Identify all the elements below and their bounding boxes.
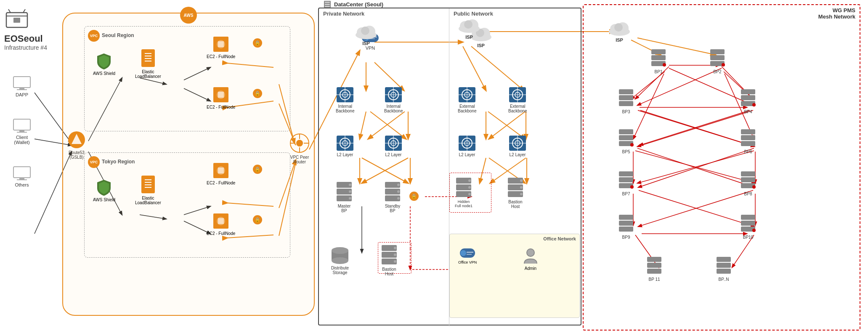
aws-shield-seoul: AWS Shield [93,52,115,76]
svg-point-217 [361,27,369,35]
svg-rect-248 [741,177,755,182]
svg-point-164 [332,257,348,264]
svg-rect-253 [741,215,755,220]
svg-rect-259 [717,257,731,262]
isp-private-label: ISP [362,41,370,46]
svg-rect-226 [651,49,666,54]
shield-icon-tokyo [95,178,113,197]
isp-wg-label: ISP [616,37,623,43]
svg-rect-252 [619,227,633,232]
l2-label-public-left: L2 Layer [459,152,475,157]
wg-pms-label: WG PMSMesh Network [818,7,855,20]
bp9-label: BP9 [622,235,630,240]
bp11-node: BP 11 [646,256,663,282]
lock-icon2-tokyo: 🔒 [253,215,262,224]
svg-point-202 [520,186,523,189]
vpc-peer-router: VPC PeerRouter [289,133,310,164]
office-vpn: Office VPN [458,247,477,264]
l2-label-private-right: L2 Layer [385,152,402,157]
svg-rect-260 [717,263,731,268]
aws-badge: AWS [180,7,197,24]
bp10-node: BP10 [740,214,757,240]
bp11-icon [646,256,663,276]
l2-icon-private-right [384,135,403,152]
bp8-label: BP8 [744,192,752,196]
bp8-node: BP8 [740,171,757,196]
svg-point-209 [460,250,466,256]
external-backbone-right: ExternalBackbone [508,86,527,113]
ec2-icon1-tokyo [212,161,230,180]
svg-point-153 [349,184,351,186]
ext-backbone-label-left: ExternalBackbone [458,104,476,113]
server-icon-master [335,181,353,203]
l2-icon-private-left [336,135,354,152]
monitor-icon-dapp [13,76,31,91]
l2-icon-public-left [458,135,476,152]
bp9-node: BP9 [618,214,634,240]
internal-backbone-left-label: InternalBackbone [336,104,354,113]
svg-rect-124 [325,6,330,7]
bp11-label: BP 11 [648,277,660,282]
svg-rect-245 [619,177,633,182]
svg-rect-123 [325,4,330,5]
svg-rect-243 [741,141,755,146]
svg-point-161 [397,197,400,200]
elb-label-tokyo: ElasticLoadBalancer [135,196,161,205]
client-dapp: DAPP [13,76,31,97]
svg-rect-233 [619,95,633,100]
server-icon-bastion-private [380,244,398,266]
elb-icon-tokyo [139,174,157,195]
distribute-storage: DistributeStorage [329,246,350,275]
vpn-label: VPN [366,45,375,51]
server-icon-standby [383,181,402,203]
bp5-label: BP5 [622,149,630,154]
server-icon-bastion-public [506,177,525,199]
svg-rect-114 [218,218,224,224]
ec2-label2-tokyo: EC2 - FullNode [207,231,235,236]
isp-public-label: ISP [465,35,473,40]
office-vpn-label: Office VPN [458,260,477,264]
svg-rect-258 [647,269,661,274]
lock-icon1-seoul: 🔒 [253,38,262,48]
isp-private-cloud: ISP [353,23,379,46]
svg-rect-242 [741,135,755,140]
bp3-label: BP3 [622,109,630,114]
distribute-storage-label: DistributeStorage [331,266,349,275]
svg-point-170 [394,253,396,256]
svg-point-197 [468,193,471,195]
internal-backbone-right-label: InternalBackbone [384,104,403,113]
office-network-box: Office Network Office VPN [449,234,580,318]
app-subtitle: Infrastructure #4 [4,44,47,51]
svg-point-159 [397,184,400,186]
svg-rect-257 [647,263,661,268]
svg-rect-256 [647,257,661,262]
ec2-label1-tokyo: EC2 - FullNode [207,181,235,185]
svg-rect-122 [325,2,330,3]
elb-tokyo: ElasticLoadBalancer [135,174,161,205]
bp3-node: BP3 [618,88,634,114]
svg-rect-229 [710,49,725,54]
svg-rect-230 [710,55,725,60]
ec2-fullnode2-seoul: EC2 - FullNode [207,85,235,109]
svg-rect-235 [741,89,755,94]
ec2-fullnode2-tokyo: EC2 - FullNode [207,212,235,236]
svg-rect-111 [218,168,224,173]
svg-rect-100 [218,41,224,47]
svg-point-116 [296,140,303,147]
clients-column: DAPP Client(Wallet) Others [13,76,31,187]
svg-point-221 [464,20,472,29]
ext-backbone-icon-right [508,86,527,103]
shield-label-tokyo: AWS Shield [93,197,115,202]
admin-icon [521,247,540,265]
client-label-wallet: Client(Wallet) [14,135,29,145]
elb-seoul: ElasticLoadBalancer [135,48,161,79]
bp4-label: BP4 [744,109,752,114]
vpc-peer-router-label: VPC PeerRouter [290,155,309,164]
bp6-label: BP6 [744,149,752,154]
bp7-indicator [630,185,634,189]
elb-icon-seoul [139,48,157,69]
svg-point-196 [468,186,471,189]
bpn-node: BP..N [715,256,732,282]
l2-label-public-right: L2 Layer [510,152,526,157]
bp5-indicator [630,143,634,147]
